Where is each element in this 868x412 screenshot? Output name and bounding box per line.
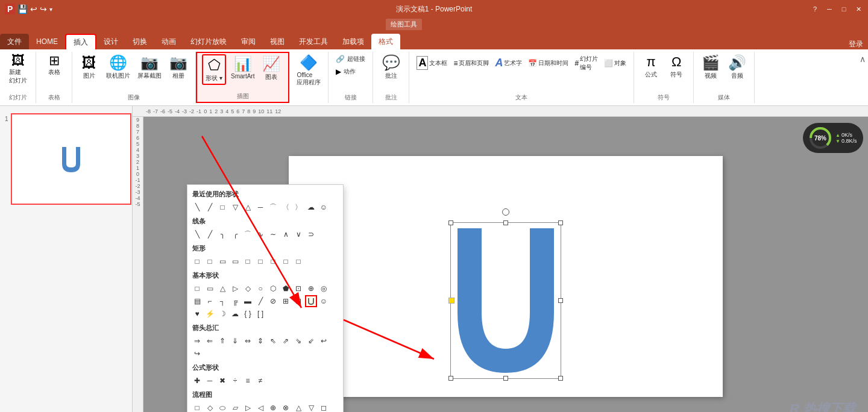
shape-line-diag2[interactable]: ╱ — [204, 201, 216, 213]
formula-1[interactable]: ✚ — [191, 375, 203, 387]
shape-line-diag1[interactable]: ╲ — [191, 201, 203, 213]
basic-23[interactable]: ⚡ — [204, 308, 216, 320]
shape-rect[interactable]: □ — [216, 201, 228, 213]
rect-7[interactable]: □ — [267, 255, 279, 267]
tab-review[interactable]: 审阅 — [234, 34, 263, 49]
rect-1[interactable]: □ — [191, 255, 203, 267]
line-7[interactable]: ∼ — [267, 228, 279, 240]
basic-1[interactable]: □ — [191, 282, 203, 295]
symbol-button[interactable]: Ω 符号 — [664, 53, 688, 80]
basic-16[interactable]: ▬ — [242, 295, 254, 307]
arrow-8[interactable]: ⇗ — [280, 335, 292, 347]
shape-cloud[interactable]: ☁ — [305, 201, 317, 213]
shape-smile[interactable]: ☺ — [318, 201, 330, 213]
chart-button[interactable]: 📈 图表 — [259, 54, 283, 85]
formula-4[interactable]: ÷ — [229, 375, 241, 387]
line-3[interactable]: ╮ — [216, 228, 228, 240]
basic-24[interactable]: ☽ — [216, 308, 228, 320]
hyperlink-button[interactable]: 🔗 超链接 — [333, 53, 368, 64]
arrow-1[interactable]: ⇒ — [191, 335, 203, 347]
line-4[interactable]: ╭ — [229, 228, 241, 240]
arrow-4[interactable]: ⇓ — [229, 335, 241, 347]
basic-17[interactable]: ╱ — [254, 295, 266, 307]
line-5[interactable]: ⌒ — [242, 228, 254, 240]
rect-5[interactable]: □ — [242, 255, 254, 267]
slide-number-button[interactable]: # 幻灯片编号 — [572, 53, 600, 73]
flow-4[interactable]: ▱ — [229, 402, 241, 412]
screenshot-button[interactable]: 📷 屏幕截图 — [135, 53, 164, 81]
minimize-button[interactable]: ─ — [825, 4, 834, 14]
arrow-12[interactable]: ↪ — [191, 348, 203, 360]
tab-home[interactable]: HOME — [29, 34, 65, 49]
basic-19[interactable]: ⊞ — [280, 295, 292, 307]
basic-20[interactable]: ⊟ — [292, 295, 304, 307]
basic-5[interactable]: ◇ — [242, 282, 254, 295]
arrow-3[interactable]: ⇑ — [216, 335, 228, 347]
rect-2[interactable]: □ — [204, 255, 216, 267]
close-button[interactable]: ✕ — [854, 4, 863, 14]
tab-insert[interactable]: 插入 — [65, 34, 96, 49]
tab-view[interactable]: 视图 — [263, 34, 292, 49]
login-button[interactable]: 登录 — [849, 39, 863, 49]
rect-8[interactable]: □ — [280, 255, 292, 267]
help-button[interactable]: ? — [810, 4, 820, 14]
line-1[interactable]: ╲ — [191, 228, 203, 240]
ribbon-collapse[interactable]: ∧ — [857, 52, 868, 103]
formula-5[interactable]: ≡ — [242, 375, 254, 387]
basic-12[interactable]: ▤ — [191, 295, 203, 307]
shape-chevron-r[interactable]: 〉 — [292, 201, 304, 213]
textbox-button[interactable]: A 文本框 — [414, 53, 450, 73]
arrow-9[interactable]: ⇘ — [292, 335, 304, 347]
tab-file[interactable]: 文件 — [0, 34, 29, 49]
smartart-button[interactable]: 📊 SmartArt — [228, 54, 257, 85]
tab-design[interactable]: 设计 — [96, 34, 125, 49]
flow-9[interactable]: △ — [292, 402, 304, 412]
shape-tri-up[interactable]: △ — [242, 201, 254, 213]
tab-developer[interactable]: 开发工具 — [292, 34, 335, 49]
line-2[interactable]: ╱ — [204, 228, 216, 240]
shape-arc1[interactable]: ⌒ — [267, 201, 279, 213]
basic-25[interactable]: ☁ — [229, 308, 241, 320]
album-button[interactable]: 📷 相册 — [166, 53, 190, 81]
slide-thumbnail[interactable] — [11, 113, 131, 205]
shape-chevron-l[interactable]: 〈 — [280, 201, 292, 213]
basic-9[interactable]: ⊡ — [292, 282, 304, 295]
quick-access-undo[interactable]: ↩ — [30, 4, 37, 14]
basic-8[interactable]: ⬟ — [280, 282, 292, 295]
picture-button[interactable]: 🖼 图片 — [77, 53, 101, 81]
wordart-button[interactable]: A 艺术字 — [492, 53, 524, 73]
tab-addins[interactable]: 加载项 — [335, 34, 371, 49]
arrow-7[interactable]: ⇖ — [267, 335, 279, 347]
tab-switch[interactable]: 切换 — [125, 34, 154, 49]
arrow-5[interactable]: ⇔ — [242, 335, 254, 347]
office-apps-button[interactable]: 🔷 Office应用程序 — [294, 53, 323, 88]
arrow-10[interactable]: ⇙ — [305, 335, 317, 347]
arrow-11[interactable]: ↩ — [318, 335, 330, 347]
restore-button[interactable]: □ — [839, 4, 849, 14]
quick-access-save[interactable]: 💾 — [17, 4, 28, 14]
basic-27[interactable]: [ ] — [254, 308, 266, 320]
basic-6[interactable]: ○ — [254, 282, 266, 295]
rect-6[interactable]: □ — [254, 255, 266, 267]
datetime-button[interactable]: 📅 日期和时间 — [526, 53, 571, 73]
basic-11[interactable]: ◎ — [318, 282, 330, 295]
basic-26[interactable]: { } — [242, 308, 254, 320]
rect-4[interactable]: ▭ — [229, 255, 241, 267]
shape-line-h[interactable]: ─ — [254, 201, 266, 213]
line-8[interactable]: ∧ — [280, 228, 292, 240]
line-9[interactable]: ∨ — [292, 228, 304, 240]
basic-21[interactable]: ☺ — [318, 295, 330, 307]
basic-arc-selected[interactable] — [305, 295, 317, 307]
arrow-2[interactable]: ⇐ — [204, 335, 216, 347]
quick-access-more[interactable]: ▾ — [49, 6, 52, 13]
tab-format[interactable]: 格式 — [371, 34, 400, 49]
basic-3[interactable]: △ — [216, 282, 228, 295]
flow-2[interactable]: ◇ — [204, 402, 216, 412]
rect-9[interactable]: □ — [292, 255, 304, 267]
tab-slideshow[interactable]: 幻灯片放映 — [183, 34, 234, 49]
line-10[interactable]: ⊃ — [305, 228, 317, 240]
flow-7[interactable]: ⊕ — [267, 402, 279, 412]
flow-5[interactable]: ▷ — [242, 402, 254, 412]
flow-3[interactable]: ⬭ — [216, 402, 228, 412]
quick-access-redo[interactable]: ↪ — [40, 4, 47, 14]
